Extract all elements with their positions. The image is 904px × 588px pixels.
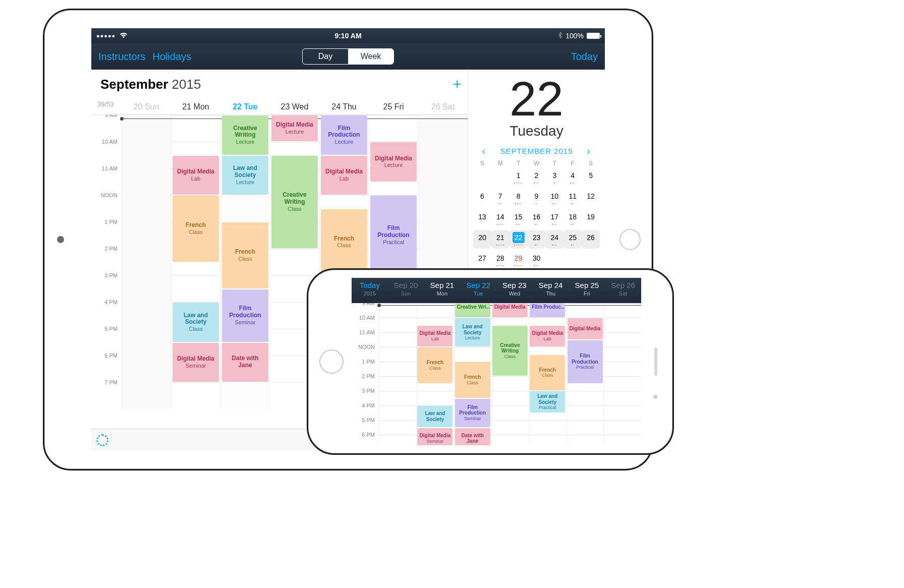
event[interactable]: Creative WritingLecture (222, 115, 268, 155)
event[interactable]: Digital MediaLecture (271, 115, 317, 141)
phone-day-header[interactable]: Sep 20Sun (388, 278, 424, 303)
event[interactable]: Digital Media (492, 304, 528, 317)
mini-dow: F (563, 160, 582, 167)
mini-calendar: 1●●●●●2●●●3●4●●●567●●8●●●●9●10●●●11●●121… (473, 168, 600, 269)
phone-day-header[interactable]: Sep 21Mon (424, 278, 461, 303)
day-header-tue[interactable]: 22 Tue (220, 99, 270, 114)
mini-day[interactable]: 15●●● (510, 209, 528, 228)
today-button[interactable]: Today (571, 51, 598, 63)
event[interactable]: Date with Jane (455, 428, 490, 446)
holidays-link[interactable]: Holidays (152, 51, 191, 63)
ipad-home-button[interactable] (57, 236, 64, 243)
iphone-home-button[interactable] (319, 349, 344, 374)
event[interactable]: Digital MediaSeminar (173, 343, 218, 382)
hour-label: 10 AM (352, 315, 375, 330)
day-header-fri[interactable]: 25 Fri (369, 99, 418, 114)
mini-day[interactable]: 18●● (563, 209, 582, 228)
instructors-link[interactable]: Instructors (98, 51, 145, 63)
event[interactable]: Film ProductionSeminar (222, 289, 268, 342)
phone-day-header[interactable]: Today2015 (352, 278, 388, 303)
mini-day[interactable]: 3● (545, 168, 563, 187)
hour-label: 7 PM (91, 380, 118, 406)
mini-day[interactable]: 13 (473, 209, 491, 228)
phone-week-grid[interactable]: 9 AM10 AM11 AMNOON1 PM2 PM3 PM4 PM5 PM6 … (352, 303, 641, 445)
mini-day[interactable]: 5 (582, 168, 600, 187)
event[interactable]: Film ProductionLecture (321, 115, 367, 155)
mini-day[interactable]: 14●●●● (491, 209, 510, 228)
event[interactable]: FrenchClass (321, 209, 367, 275)
mini-day[interactable]: 6 (473, 189, 491, 207)
mini-day[interactable]: 27 (473, 251, 491, 269)
event[interactable]: Digital MediaLab (417, 326, 453, 347)
mini-day[interactable]: 4●●● (563, 168, 582, 187)
event[interactable]: Digital MediaLab (173, 156, 218, 195)
event[interactable]: Creative WritingClass (271, 156, 317, 249)
day-header-thu[interactable]: 24 Thu (319, 99, 369, 114)
mini-day[interactable]: 7●● (491, 189, 510, 207)
event[interactable]: Date with Jane (222, 343, 268, 382)
mini-day[interactable]: 1●●●●● (510, 168, 528, 187)
event[interactable]: Law and SocietyLecture (455, 318, 490, 346)
day-header-sun[interactable]: 20 Sun (122, 99, 171, 114)
event[interactable]: FrenchClass (455, 362, 490, 398)
event[interactable]: Creative WritingClass (492, 326, 528, 376)
event[interactable]: Film Produc… (530, 304, 565, 317)
mini-day[interactable]: 21●●●●● (491, 230, 510, 249)
event[interactable]: FrenchClass (530, 355, 565, 391)
event[interactable]: Law and SocietyClass (173, 303, 218, 342)
mini-dow: M (491, 160, 510, 167)
event[interactable]: Law and Society (417, 406, 453, 427)
phone-day-header[interactable]: Sep 23Wed (496, 278, 533, 303)
mini-day[interactable]: 12 (582, 189, 600, 207)
mini-day[interactable]: 28●●●●● (491, 251, 510, 269)
next-month-button[interactable]: › (587, 145, 591, 157)
event[interactable]: Film ProductionSeminar (455, 399, 490, 427)
hour-label: 2 PM (352, 374, 375, 388)
day-header-sat[interactable]: 26 Sat (418, 99, 468, 114)
event[interactable]: Creative Wri… (455, 304, 490, 317)
phone-grid-cells: Digital MediaLabFrenchClassLaw and Socie… (379, 303, 641, 445)
mini-day (582, 251, 600, 269)
event[interactable]: Digital MediaSeminar (417, 428, 453, 446)
add-button[interactable]: + (453, 76, 462, 93)
event[interactable]: Digital MediaLab (321, 156, 367, 195)
mini-day[interactable]: 23●● (528, 230, 546, 249)
mini-day[interactable]: 10●●● (545, 189, 563, 207)
seg-day[interactable]: Day (303, 49, 348, 64)
phone-day-header[interactable]: Sep 24Thu (533, 278, 569, 303)
event[interactable]: FrenchClass (222, 222, 268, 288)
settings-button[interactable] (96, 434, 108, 446)
mini-day[interactable]: 19 (582, 209, 600, 228)
mini-day[interactable]: 2●●● (528, 168, 546, 187)
day-header-wed[interactable]: 23 Wed (270, 99, 319, 114)
mini-day[interactable]: 17●●● (545, 209, 563, 228)
mini-dow: W (528, 160, 546, 167)
seg-week[interactable]: Week (348, 49, 393, 64)
phone-day-header[interactable]: Sep 25Fri (569, 278, 605, 303)
event[interactable]: Film ProductionPractical (370, 196, 416, 275)
mini-day[interactable]: 8●●●● (510, 189, 528, 207)
mini-day[interactable]: 22●●●●● (510, 230, 528, 249)
mini-day[interactable]: 26 (582, 230, 600, 249)
phone-day-header[interactable]: Sep 26Sat (605, 278, 641, 303)
mini-day[interactable]: 16●● (528, 209, 546, 228)
mini-day[interactable]: 30●●● (528, 251, 546, 269)
mini-day[interactable]: 25●● (563, 230, 582, 249)
event[interactable]: FrenchClass (417, 347, 453, 383)
event[interactable]: FrenchClass (173, 196, 218, 262)
event[interactable]: Law and SocietyPractical (530, 391, 565, 413)
mini-day[interactable]: 9● (528, 189, 546, 207)
mini-day[interactable]: 29●●●●● (510, 251, 528, 269)
phone-day-header[interactable]: Sep 22Tue (460, 278, 496, 303)
event[interactable]: Digital Media (568, 318, 603, 339)
mini-day[interactable]: 20 (473, 230, 491, 249)
event[interactable]: Film ProductionPractical (568, 340, 603, 383)
prev-month-button[interactable]: ‹ (482, 145, 486, 157)
mini-day[interactable]: 24●●● (545, 230, 563, 249)
day-header-mon[interactable]: 21 Mon (171, 99, 220, 114)
hour-label: 3 PM (91, 273, 118, 300)
event[interactable]: Digital MediaLecture (370, 142, 416, 182)
event[interactable]: Digital MediaLab (530, 326, 565, 347)
mini-day[interactable]: 11●● (563, 189, 582, 207)
event[interactable]: Law and SocietyLecture (222, 156, 268, 195)
